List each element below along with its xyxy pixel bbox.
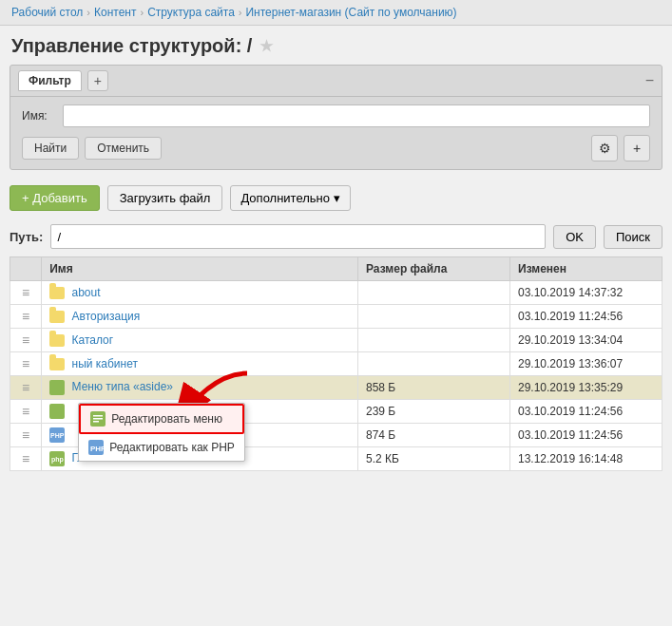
- table-row: ≡ Каталог 29.10.2019 13:34:04: [10, 329, 662, 352]
- toolbar: + Добавить Загрузить файл Дополнительно …: [10, 180, 662, 217]
- drag-handle-icon: ≡: [18, 404, 33, 419]
- upload-button[interactable]: Загрузить файл: [107, 185, 223, 211]
- gear-icon: ⚙: [599, 141, 611, 156]
- filter-name-input[interactable]: [63, 104, 650, 127]
- row-handle[interactable]: ≡: [10, 424, 42, 447]
- filter-body: Имя: Найти Отменить ⚙ +: [10, 97, 662, 169]
- row-size-cell: [358, 352, 510, 376]
- main-content: Фильтр + − Имя: Найти Отменить ⚙: [0, 65, 672, 481]
- edit-menu-icon: [90, 411, 106, 427]
- svg-text:PHP: PHP: [50, 432, 65, 439]
- filter-add-tab-button[interactable]: +: [87, 70, 108, 91]
- row-modified-cell: 13.12.2019 16:14:48: [510, 447, 662, 471]
- row-handle[interactable]: ≡: [10, 329, 42, 352]
- row-modified-cell: 29.10.2019 13:34:04: [510, 329, 662, 352]
- row-handle[interactable]: ≡: [10, 352, 42, 376]
- row-modified-cell: 03.10.2019 11:24:56: [510, 305, 662, 329]
- context-menu-item-edit-php[interactable]: PHP Редактировать как PHP: [79, 434, 244, 461]
- row-modified-cell: 03.10.2019 11:24:56: [510, 424, 662, 447]
- path-input[interactable]: [50, 224, 546, 249]
- col-header-modified: Изменен: [510, 257, 662, 281]
- php2-file-icon: PHP: [49, 427, 65, 443]
- row-handle[interactable]: ≡: [10, 305, 42, 329]
- breadcrumb-content[interactable]: Контент: [94, 6, 136, 19]
- main-page-icon: php: [49, 451, 65, 466]
- ok-button[interactable]: OK: [553, 225, 596, 249]
- folder-icon: [49, 358, 65, 370]
- breadcrumb-shop[interactable]: Интернет-магазин (Сайт по умолчанию): [245, 6, 456, 19]
- edit-php-icon: PHP: [88, 440, 104, 455]
- breadcrumb-structure[interactable]: Структура сайта: [147, 6, 235, 19]
- row-name-cell: Меню типа «aside» Редактировать м: [42, 376, 358, 400]
- row-name-cell: ный кабинет: [42, 352, 358, 376]
- filter-cancel-button[interactable]: Отменить: [85, 137, 162, 160]
- context-menu: Редактировать меню PHP Редактировать как…: [78, 403, 245, 462]
- row-handle[interactable]: ≡: [10, 376, 42, 400]
- folder-icon: [49, 334, 65, 347]
- filter-tab[interactable]: Фильтр: [18, 70, 82, 91]
- row-size-cell: 858 Б: [358, 376, 510, 400]
- breadcrumb-sep-3: ›: [239, 7, 242, 18]
- row-name-cell: about: [42, 281, 358, 305]
- row-size-cell: 874 Б: [358, 424, 510, 447]
- page-title: Управление структурой: /: [11, 35, 252, 57]
- more-button[interactable]: Дополнительно ▾: [230, 185, 351, 211]
- filter-find-button[interactable]: Найти: [22, 137, 79, 160]
- filter-collapse-button[interactable]: −: [645, 72, 654, 89]
- filter-buttons-right: ⚙ +: [591, 135, 650, 161]
- menu-type-icon: [49, 380, 65, 395]
- filter-gear-button[interactable]: ⚙: [591, 135, 618, 161]
- drag-handle-icon: ≡: [18, 285, 33, 300]
- file-link[interactable]: Каталог: [72, 333, 114, 347]
- path-bar: Путь: OK Поиск: [10, 224, 662, 249]
- search-button[interactable]: Поиск: [604, 225, 662, 249]
- context-menu-php-label: Редактировать как PHP: [109, 441, 235, 454]
- row-size-cell: 5.2 КБ: [358, 447, 510, 471]
- svg-rect-3: [93, 418, 103, 420]
- file-link[interactable]: ный кабинет: [72, 357, 138, 370]
- row-handle[interactable]: ≡: [10, 447, 42, 471]
- svg-rect-4: [93, 421, 99, 423]
- row-handle[interactable]: ≡: [10, 400, 42, 424]
- row-name-cell: Авторизация: [42, 305, 358, 329]
- svg-text:PHP: PHP: [90, 445, 104, 453]
- row-size-cell: [358, 281, 510, 305]
- filter-title-area: Фильтр +: [18, 70, 108, 91]
- row-modified-cell: 03.10.2019 14:37:32: [510, 281, 662, 305]
- drag-handle-icon: ≡: [18, 427, 33, 443]
- filter-name-label: Имя:: [22, 109, 55, 123]
- filter-plus-button[interactable]: +: [624, 135, 650, 161]
- row-modified-cell: 29.10.2019 13:36:07: [510, 352, 662, 376]
- drag-handle-icon: ≡: [18, 309, 33, 324]
- file-table: Имя Размер файла Изменен ≡ about 03.1: [10, 256, 662, 471]
- file-link[interactable]: about: [72, 286, 101, 299]
- filter-buttons: Найти Отменить ⚙ +: [22, 135, 650, 161]
- row-size-cell: 239 Б: [358, 400, 510, 424]
- add-button[interactable]: + Добавить: [10, 185, 100, 211]
- more-arrow-icon: ▾: [334, 191, 340, 205]
- col-header-name: Имя: [42, 257, 358, 281]
- plus-icon: +: [633, 141, 641, 156]
- path-label: Путь:: [10, 230, 43, 244]
- svg-rect-7: [49, 404, 65, 419]
- page-title-bar: Управление структурой: / ★: [0, 26, 672, 65]
- folder-icon: [49, 311, 65, 323]
- row-name-cell: Каталог: [42, 329, 358, 352]
- file-link[interactable]: Меню типа «aside»: [72, 380, 174, 393]
- filter-name-row: Имя:: [22, 104, 650, 127]
- php-file-icon: [49, 404, 65, 419]
- row-size-cell: [358, 305, 510, 329]
- row-size-cell: [358, 329, 510, 352]
- col-header-handle: [10, 257, 42, 281]
- file-link[interactable]: Авторизация: [72, 310, 141, 323]
- drag-handle-icon: ≡: [18, 332, 33, 348]
- filter-header: Фильтр + −: [10, 66, 662, 97]
- row-handle[interactable]: ≡: [10, 281, 42, 305]
- more-label: Дополнительно: [240, 191, 330, 205]
- filter-buttons-left: Найти Отменить: [22, 137, 162, 160]
- col-header-size: Размер файла: [358, 257, 510, 281]
- breadcrumb-desktop[interactable]: Рабочий стол: [11, 6, 83, 19]
- context-menu-edit-label: Редактировать меню: [111, 412, 222, 426]
- context-menu-item-edit-menu[interactable]: Редактировать меню: [79, 404, 244, 434]
- favorite-star-icon[interactable]: ★: [259, 37, 273, 55]
